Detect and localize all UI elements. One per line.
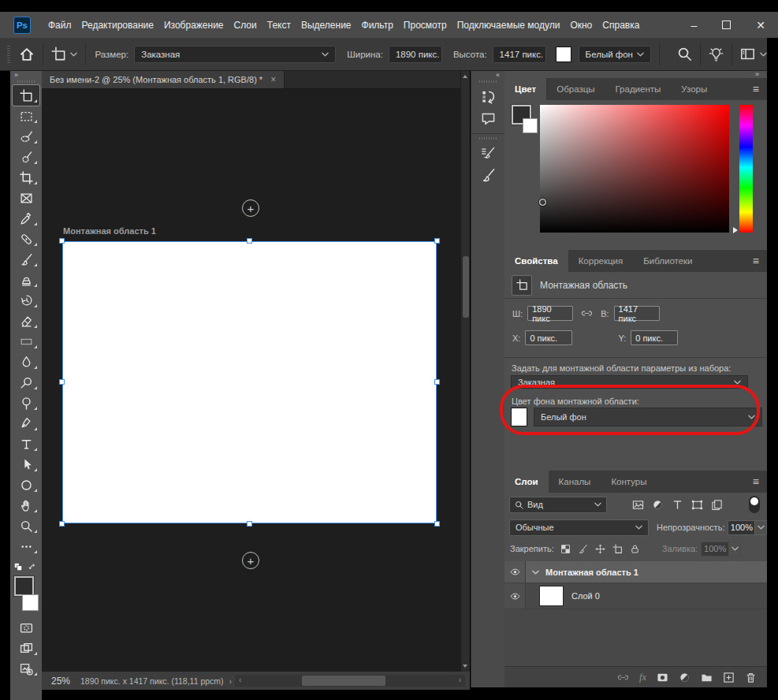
- artboard-x-input[interactable]: 0 пикс.: [525, 330, 572, 345]
- scroll-down-arrow[interactable]: [463, 665, 467, 668]
- menu-select[interactable]: Выделение: [301, 20, 352, 31]
- search-icon[interactable]: [677, 47, 692, 61]
- size-select[interactable]: Заказная: [134, 46, 336, 63]
- tab-paths[interactable]: Контуры: [601, 471, 657, 493]
- artboard-handle[interactable]: [434, 521, 440, 527]
- frame-tool[interactable]: [13, 188, 39, 208]
- background-color-swatch[interactable]: [22, 594, 39, 611]
- comments-panel-button[interactable]: [475, 107, 501, 129]
- hue-slider-arrow[interactable]: [733, 227, 738, 233]
- path-selection-tool[interactable]: [13, 454, 39, 475]
- rectangular-marquee-tool[interactable]: [13, 106, 39, 126]
- maximize-button[interactable]: [722, 20, 731, 29]
- history-brush-tool[interactable]: [13, 290, 39, 311]
- artboard-preset-select[interactable]: Заказная: [511, 375, 748, 389]
- document-tab[interactable]: Без имени-2 @ 25% (Монтажная область 1, …: [42, 71, 285, 88]
- eraser-tool[interactable]: [13, 311, 39, 331]
- eyedropper-tool[interactable]: [13, 208, 39, 229]
- status-chevron-icon[interactable]: ›: [229, 676, 233, 686]
- menu-layers[interactable]: Слои: [234, 20, 257, 31]
- crop-tool[interactable]: [13, 167, 39, 188]
- add-artboard-below-button[interactable]: +: [242, 552, 259, 569]
- new-adjustment-layer-icon[interactable]: [679, 672, 691, 683]
- layer-style-fx-button[interactable]: fx: [639, 672, 646, 683]
- filter-smart-objects-icon[interactable]: [711, 499, 723, 511]
- artboard-label[interactable]: Монтажная область 1: [63, 226, 156, 236]
- pen-tool[interactable]: [13, 413, 39, 434]
- menu-type[interactable]: Текст: [267, 20, 291, 31]
- delete-layer-icon[interactable]: [745, 672, 757, 683]
- artboard-handle[interactable]: [247, 521, 252, 527]
- filter-shape-layers-icon[interactable]: [691, 499, 703, 511]
- home-button[interactable]: [19, 47, 35, 62]
- lock-transparent-pixels-icon[interactable]: [560, 544, 571, 554]
- quick-mask-button[interactable]: [13, 617, 39, 638]
- foreground-color-swatch[interactable]: [14, 576, 34, 596]
- close-button[interactable]: ✕: [756, 19, 765, 32]
- collapse-artboard-icon[interactable]: [532, 570, 539, 575]
- width-input[interactable]: 1890 пикс.: [389, 46, 442, 63]
- opacity-input[interactable]: 100%: [728, 520, 755, 535]
- scroll-up-arrow[interactable]: [463, 75, 467, 78]
- artboard-handle[interactable]: [59, 379, 65, 385]
- layer-name[interactable]: Слой 0: [571, 591, 600, 601]
- layer-row-layer0[interactable]: Слой 0: [504, 583, 767, 609]
- height-input[interactable]: 1417 пикс.: [493, 46, 546, 63]
- link-dimensions-icon[interactable]: [581, 307, 593, 319]
- opacity-dropdown[interactable]: [755, 520, 767, 535]
- hand-tool[interactable]: [13, 495, 39, 516]
- tab-swatches[interactable]: Образцы: [546, 78, 605, 100]
- tab-gradients[interactable]: Градиенты: [605, 78, 672, 100]
- tab-patterns[interactable]: Узоры: [671, 78, 717, 100]
- artboard-width-input[interactable]: 1890 пикс: [527, 306, 573, 321]
- history-panel-button[interactable]: [475, 85, 501, 107]
- add-layer-mask-icon[interactable]: [657, 672, 668, 683]
- tab-color[interactable]: Цвет: [504, 78, 546, 100]
- dock-grip[interactable]: [479, 137, 497, 140]
- lasso-tool[interactable]: [13, 126, 39, 147]
- options-bar-grip[interactable]: [7, 46, 10, 63]
- tab-channels[interactable]: Каналы: [549, 471, 601, 493]
- brush-settings-panel-button[interactable]: [475, 142, 501, 164]
- fill-dropdown[interactable]: [729, 542, 741, 557]
- menu-help[interactable]: Справка: [602, 20, 639, 31]
- menu-image[interactable]: Изображение: [164, 20, 224, 31]
- color-picker-cursor[interactable]: [539, 199, 546, 206]
- collapse-panels-icon[interactable]: »: [755, 71, 759, 78]
- menu-plugins[interactable]: Подключаемые модули: [457, 20, 560, 31]
- tab-libraries[interactable]: Библиотеки: [633, 250, 702, 272]
- dock-grip[interactable]: [479, 80, 497, 83]
- layer-row-artboard[interactable]: Монтажная область 1: [504, 561, 767, 583]
- menu-view[interactable]: Просмотр: [404, 20, 447, 31]
- zoom-tool[interactable]: [13, 516, 39, 536]
- zoom-level[interactable]: 25%: [51, 676, 70, 687]
- expand-panels-icon[interactable]: «: [496, 72, 500, 79]
- artboard-handle[interactable]: [59, 238, 65, 244]
- fill-input[interactable]: 100%: [701, 542, 729, 557]
- new-layer-icon[interactable]: [723, 672, 735, 683]
- brush-tool[interactable]: [13, 249, 39, 270]
- artboard-handle[interactable]: [247, 238, 252, 244]
- minimize-button[interactable]: –: [691, 19, 697, 32]
- color-panel-background-swatch[interactable]: [523, 118, 538, 133]
- artboard-handle[interactable]: [434, 379, 440, 385]
- layer-filtering-toggle[interactable]: [749, 496, 760, 513]
- panel-menu-icon[interactable]: ≡: [753, 255, 759, 266]
- lock-image-pixels-icon[interactable]: [578, 544, 588, 554]
- panel-menu-icon[interactable]: ≡: [753, 84, 759, 95]
- horizontal-scrollbar[interactable]: ‹ ›: [235, 675, 465, 687]
- discover-lightbulb-icon[interactable]: [709, 47, 724, 61]
- toolbar-grip[interactable]: [17, 80, 35, 83]
- layer-name[interactable]: Монтажная область 1: [545, 568, 638, 577]
- tab-properties[interactable]: Свойства: [504, 250, 568, 272]
- menu-filter[interactable]: Фильтр: [362, 20, 393, 31]
- artboard-background-swatch[interactable]: [556, 47, 571, 62]
- artboard-background-color-swatch[interactable]: [511, 408, 527, 426]
- screen-mode-button[interactable]: [13, 638, 39, 658]
- dodge-tool[interactable]: [13, 372, 39, 393]
- color-picker-field[interactable]: [540, 105, 729, 233]
- artboard-handle[interactable]: [434, 238, 440, 244]
- filter-adjustment-layers-icon[interactable]: [652, 499, 664, 511]
- menu-file[interactable]: Файл: [48, 20, 72, 31]
- tab-layers[interactable]: Слои: [504, 471, 549, 493]
